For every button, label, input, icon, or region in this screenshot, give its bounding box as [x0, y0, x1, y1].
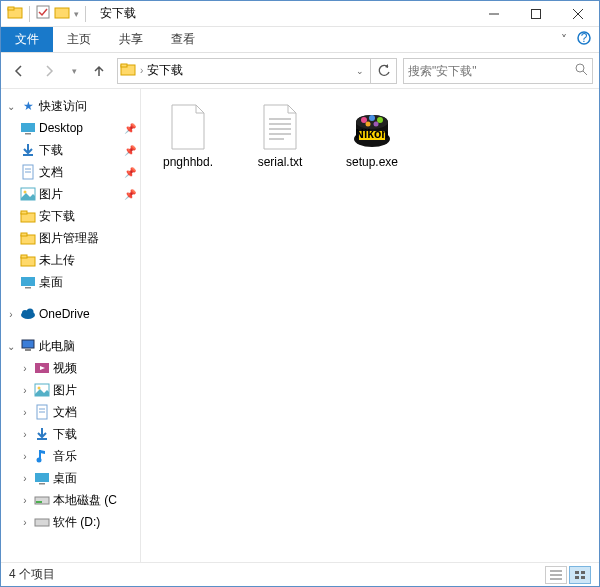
svg-rect-34: [25, 349, 31, 351]
chevron-right-icon[interactable]: ›: [19, 429, 31, 440]
folder-icon: [120, 61, 136, 80]
sidebar-item[interactable]: 未上传: [1, 249, 140, 271]
help-icon[interactable]: ?: [577, 31, 591, 48]
svg-point-56: [361, 117, 367, 123]
svg-rect-45: [39, 483, 45, 485]
file-list[interactable]: pnghhbd.serial.txtNikonsetup.exe: [141, 89, 599, 562]
recent-dropdown[interactable]: ▾: [67, 59, 81, 83]
maximize-button[interactable]: [515, 1, 557, 27]
chevron-right-icon[interactable]: ›: [19, 363, 31, 374]
sidebar-item[interactable]: 桌面: [1, 271, 140, 293]
pc-icon: [19, 339, 37, 353]
svg-rect-44: [35, 473, 49, 482]
pin-icon: 📌: [124, 189, 136, 200]
separator: [29, 6, 30, 22]
breadcrumb-folder[interactable]: 安下载: [147, 62, 183, 79]
qat-dropdown-icon[interactable]: ▾: [74, 9, 79, 19]
svg-point-38: [38, 387, 41, 390]
sidebar-item[interactable]: 图片管理器: [1, 227, 140, 249]
chevron-right-icon[interactable]: ›: [19, 473, 31, 484]
sidebar-onedrive[interactable]: › OneDrive: [1, 303, 140, 325]
chevron-right-icon[interactable]: ›: [19, 517, 31, 528]
svg-rect-2: [37, 6, 49, 18]
view-details-button[interactable]: [545, 566, 567, 584]
chevron-right-icon[interactable]: ›: [19, 451, 31, 462]
cloud-icon: [19, 308, 37, 320]
chevron-down-icon[interactable]: ⌄: [5, 101, 17, 112]
svg-point-59: [366, 122, 371, 127]
view-icons-button[interactable]: [569, 566, 591, 584]
svg-rect-3: [55, 8, 69, 18]
item-icon: [33, 471, 51, 485]
address-bar[interactable]: › 安下载 ⌄: [117, 58, 371, 84]
ribbon-tab-share[interactable]: 共享: [105, 27, 157, 52]
svg-rect-67: [581, 571, 585, 574]
back-button[interactable]: [7, 59, 31, 83]
item-icon: [33, 383, 51, 397]
item-icon: [19, 143, 37, 157]
minimize-button[interactable]: [473, 1, 515, 27]
address-dropdown-icon[interactable]: ⌄: [356, 66, 368, 76]
chevron-right-icon[interactable]: ›: [19, 495, 31, 506]
sidebar-quickaccess[interactable]: ⌄ ★ 快速访问: [1, 95, 140, 117]
search-box[interactable]: [403, 58, 593, 84]
sidebar-item-label: 文档: [53, 404, 77, 421]
breadcrumb-arrow[interactable]: ›: [140, 65, 143, 76]
sidebar-item[interactable]: ›视频: [1, 357, 140, 379]
sidebar-item[interactable]: 下载📌: [1, 139, 140, 161]
file-item[interactable]: Nikonsetup.exe: [335, 103, 409, 169]
search-icon[interactable]: [574, 62, 588, 79]
window-title: 安下载: [100, 5, 136, 22]
sidebar-item[interactable]: ›音乐: [1, 445, 140, 467]
item-icon: [19, 121, 37, 135]
pin-icon: 📌: [124, 167, 136, 178]
svg-rect-28: [21, 277, 35, 286]
sidebar-item[interactable]: ›下载: [1, 423, 140, 445]
forward-button[interactable]: [37, 59, 61, 83]
svg-rect-15: [25, 133, 31, 135]
sidebar-item-label: 文档: [39, 164, 63, 181]
qat-checkbox-icon[interactable]: [36, 5, 50, 22]
file-item[interactable]: pnghhbd.: [151, 103, 225, 169]
refresh-button[interactable]: [371, 58, 397, 84]
ribbon-tab-view[interactable]: 查看: [157, 27, 209, 52]
ribbon-file-tab[interactable]: 文件: [1, 27, 53, 52]
close-button[interactable]: [557, 1, 599, 27]
statusbar: 4 个项目: [1, 562, 599, 586]
sidebar-thispc[interactable]: ⌄ 此电脑: [1, 335, 140, 357]
svg-rect-27: [21, 255, 27, 258]
ribbon-tab-home[interactable]: 主页: [53, 27, 105, 52]
file-icon: [164, 103, 212, 151]
sidebar-item[interactable]: 文档📌: [1, 161, 140, 183]
sidebar-item-label: 桌面: [53, 470, 77, 487]
file-item[interactable]: serial.txt: [243, 103, 317, 169]
svg-rect-14: [21, 123, 35, 132]
sidebar-item[interactable]: ›图片: [1, 379, 140, 401]
item-icon: [19, 209, 37, 223]
sidebar-item[interactable]: 图片📌: [1, 183, 140, 205]
sidebar-item-label: 本地磁盘 (C: [53, 492, 117, 509]
svg-rect-11: [121, 64, 127, 67]
qat-folder-icon[interactable]: [54, 4, 70, 23]
sidebar-item-label: 视频: [53, 360, 77, 377]
body: ⌄ ★ 快速访问 Desktop📌下载📌文档📌图片📌安下载图片管理器未上传桌面 …: [1, 89, 599, 562]
svg-text:?: ?: [581, 31, 588, 45]
sidebar-item[interactable]: ›软件 (D:): [1, 511, 140, 533]
chevron-down-icon[interactable]: ⌄: [5, 341, 17, 352]
up-button[interactable]: [87, 59, 111, 83]
sidebar-item[interactable]: ›文档: [1, 401, 140, 423]
item-icon: [33, 404, 51, 420]
chevron-right-icon[interactable]: ›: [19, 385, 31, 396]
sidebar-item[interactable]: ›桌面: [1, 467, 140, 489]
search-input[interactable]: [408, 64, 574, 78]
svg-rect-68: [575, 576, 579, 579]
ribbon-expand-icon[interactable]: ˅: [561, 33, 567, 47]
chevron-right-icon[interactable]: ›: [19, 407, 31, 418]
sidebar-item[interactable]: Desktop📌: [1, 117, 140, 139]
item-icon: [33, 516, 51, 528]
sidebar-item-label: Desktop: [39, 121, 83, 135]
sidebar-item[interactable]: 安下载: [1, 205, 140, 227]
sidebar-item[interactable]: ›本地磁盘 (C: [1, 489, 140, 511]
sidebar-item-label: 软件 (D:): [53, 514, 100, 531]
chevron-right-icon[interactable]: ›: [5, 309, 17, 320]
